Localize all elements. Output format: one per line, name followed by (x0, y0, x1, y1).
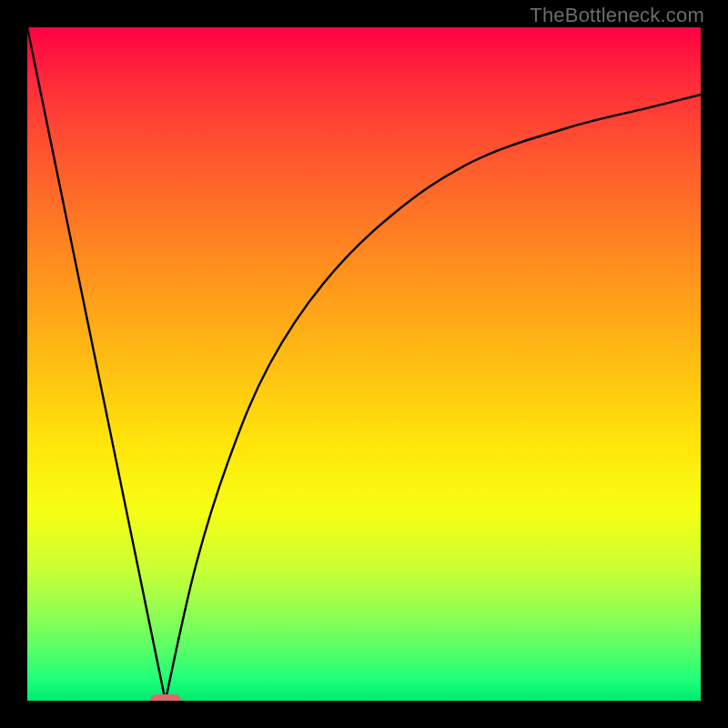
watermark-text: TheBottleneck.com (530, 4, 704, 27)
bottleneck-curve (27, 27, 701, 701)
optimal-marker (150, 694, 181, 701)
chart-frame: TheBottleneck.com (0, 0, 728, 728)
plot-area (27, 27, 701, 701)
curve-layer (27, 27, 701, 701)
